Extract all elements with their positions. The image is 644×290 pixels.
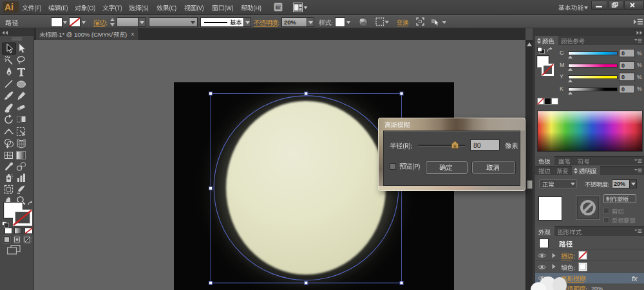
svg-text:Br: Br [276, 5, 281, 10]
